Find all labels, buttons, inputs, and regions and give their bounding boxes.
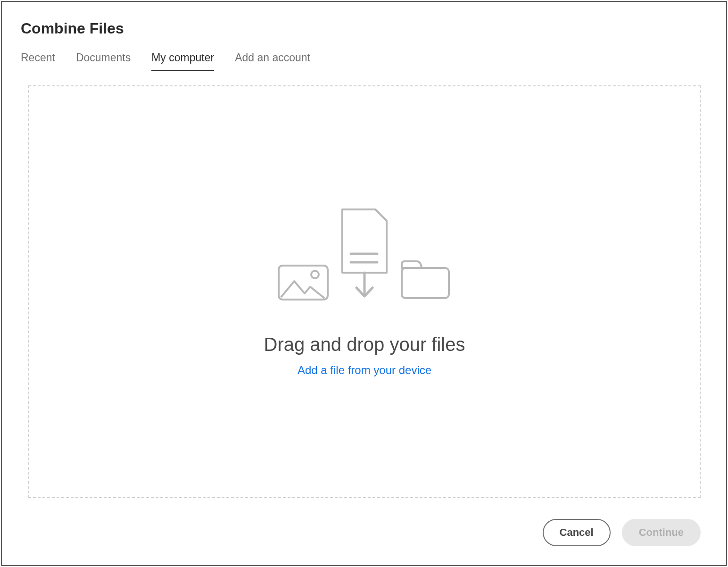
folder-icon [399,258,452,301]
dialog-footer: Cancel Continue [21,503,707,546]
tab-documents[interactable]: Documents [76,51,131,71]
combine-files-dialog: Combine Files Recent Documents My comput… [1,1,727,566]
tab-add-account[interactable]: Add an account [235,51,310,71]
tab-label: Add an account [235,51,310,64]
cancel-button[interactable]: Cancel [543,519,611,546]
continue-button: Continue [622,519,701,546]
tab-label: Documents [76,51,131,64]
svg-point-1 [311,271,319,278]
tab-bar: Recent Documents My computer Add an acco… [21,51,707,71]
tab-label: My computer [151,51,214,64]
document-download-icon [338,207,390,301]
dropzone-illustration [277,207,452,301]
file-dropzone[interactable]: Drag and drop your files Add a file from… [28,85,701,498]
dropzone-heading: Drag and drop your files [264,334,465,355]
add-file-link[interactable]: Add a file from your device [298,364,431,377]
tab-label: Recent [21,51,55,64]
dropzone-container: Drag and drop your files Add a file from… [21,71,707,503]
tab-recent[interactable]: Recent [21,51,55,71]
picture-icon [277,264,329,301]
tab-my-computer[interactable]: My computer [151,51,214,71]
svg-rect-5 [402,268,449,298]
dialog-title: Combine Files [21,20,707,37]
